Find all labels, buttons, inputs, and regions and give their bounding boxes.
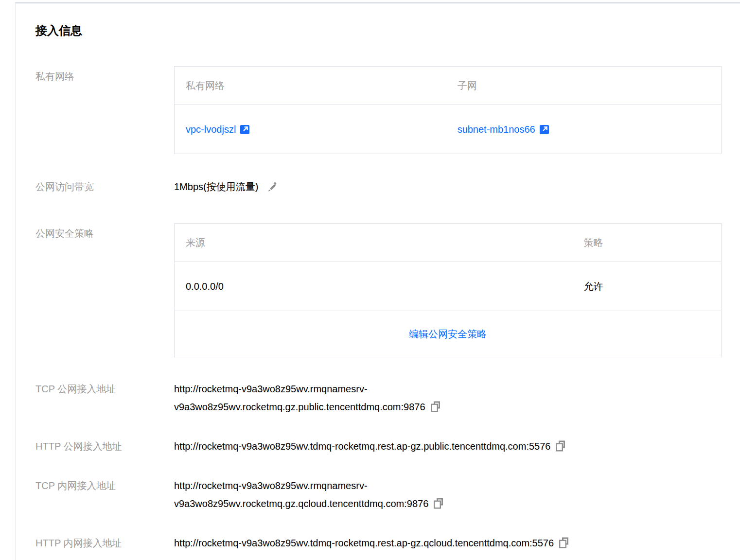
tcp-private-address-value: http://rocketmq-v9a3wo8z95wv.rmqnamesrv-… [174,480,428,509]
security-row-value: 来源 策略 0.0.0.0/0 允许 编辑公网安全策略 [174,223,722,357]
vpc-table-header-subnet: 子网 [446,66,722,105]
http-public-address-value: http://rocketmq-v9a3wo8z95wv.tdmq-rocket… [174,441,550,452]
security-source-cell: 0.0.0.0/0 [175,262,573,311]
vpc-link[interactable]: vpc-lvodjszl [186,124,250,135]
access-info-panel: 接入信息 私有网络 私有网络 子网 vpc-lvodjszl [15,2,740,560]
security-table: 来源 策略 0.0.0.0/0 允许 编辑公网安全策略 [174,223,722,357]
security-table-footer-row: 编辑公网安全策略 [175,311,722,357]
copy-http-private-address-button[interactable] [559,537,570,549]
form-row-security: 公网安全策略 来源 策略 0.0.0.0/0 允许 编辑公网安 [35,223,722,357]
vpc-row-label: 私有网络 [35,66,174,154]
security-table-header-source: 来源 [175,223,573,262]
http-public-address-label: HTTP 公网接入地址 [35,438,174,455]
http-private-address-value-wrap: http://rocketmq-v9a3wo8z95wv.tdmq-rocket… [174,534,722,552]
table-row: vpc-lvodjszl subnet-mb1nos66 [175,105,722,154]
form-row-http-public-address: HTTP 公网接入地址 http://rocketmq-v9a3wo8z95wv… [35,438,722,455]
subnet-cell: subnet-mb1nos66 [446,105,722,154]
copy-icon [433,497,444,509]
bandwidth-label: 公网访问带宽 [35,180,174,193]
security-table-header-policy: 策略 [573,223,722,262]
table-row: 0.0.0.0/0 允许 [175,262,722,311]
security-footer-cell: 编辑公网安全策略 [175,311,722,357]
bandwidth-value: 1Mbps(按使用流量) [174,181,258,192]
vpc-link-label: vpc-lvodjszl [186,124,236,135]
security-row-label: 公网安全策略 [35,223,174,357]
tcp-private-address-label: TCP 内网接入地址 [35,477,174,513]
form-row-tcp-private-address: TCP 内网接入地址 http://rocketmq-v9a3wo8z95wv.… [35,477,722,513]
copy-tcp-private-address-button[interactable] [433,497,444,509]
vpc-table-header-vpc: 私有网络 [175,66,446,105]
tcp-public-address-value-wrap: http://rocketmq-v9a3wo8z95wv.rmqnamesrv-… [174,380,519,416]
http-public-address-value-wrap: http://rocketmq-v9a3wo8z95wv.tdmq-rocket… [174,438,722,455]
vpc-cell: vpc-lvodjszl [175,105,446,154]
form-row-bandwidth: 公网访问带宽 1Mbps(按使用流量) [35,180,722,193]
copy-icon [555,440,566,452]
copy-icon [430,401,441,413]
http-private-address-label: HTTP 内网接入地址 [35,534,174,552]
copy-tcp-public-address-button[interactable] [430,401,441,413]
vpc-table-header-row: 私有网络 子网 [175,66,722,105]
form-row-http-private-address: HTTP 内网接入地址 http://rocketmq-v9a3wo8z95wv… [35,534,722,552]
copy-icon [559,537,570,549]
form-row-tcp-public-address: TCP 公网接入地址 http://rocketmq-v9a3wo8z95wv.… [35,380,722,416]
vpc-row-value: 私有网络 子网 vpc-lvodjszl subnet-mb1nos66 [174,66,722,154]
tcp-public-address-value: http://rocketmq-v9a3wo8z95wv.rmqnamesrv-… [174,384,425,412]
page-title: 接入信息 [35,24,722,38]
security-policy-cell: 允许 [573,262,722,311]
external-link-icon [539,124,550,135]
external-link-icon [240,124,250,135]
edit-pencil-icon [266,181,278,192]
http-private-address-value: http://rocketmq-v9a3wo8z95wv.tdmq-rocket… [174,538,554,548]
vpc-table: 私有网络 子网 vpc-lvodjszl subnet-mb1nos66 [174,66,722,154]
edit-security-policy-link[interactable]: 编辑公网安全策略 [409,329,487,339]
bandwidth-value-wrap: 1Mbps(按使用流量) [174,180,722,193]
tcp-private-address-value-wrap: http://rocketmq-v9a3wo8z95wv.rmqnamesrv-… [174,477,519,513]
security-table-header-row: 来源 策略 [175,223,722,262]
subnet-link[interactable]: subnet-mb1nos66 [458,124,550,135]
tcp-public-address-label: TCP 公网接入地址 [35,380,174,416]
copy-http-public-address-button[interactable] [555,440,566,452]
form-row-vpc: 私有网络 私有网络 子网 vpc-lvodjszl subnet-mb1n [35,66,722,154]
subnet-link-label: subnet-mb1nos66 [458,124,535,135]
edit-bandwidth-button[interactable] [266,181,278,192]
